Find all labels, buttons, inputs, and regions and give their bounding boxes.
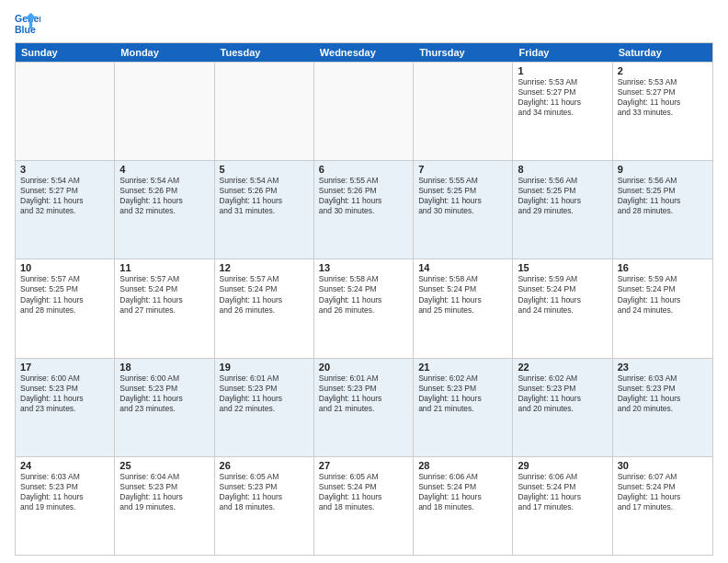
day-cell-12: 12Sunrise: 5:57 AM Sunset: 5:24 PM Dayli… [215, 259, 314, 357]
day-cell-20: 20Sunrise: 6:01 AM Sunset: 5:23 PM Dayli… [314, 359, 414, 456]
day-number: 15 [518, 262, 607, 273]
day-cell-23: 23Sunrise: 6:03 AM Sunset: 5:23 PM Dayli… [613, 359, 712, 456]
day-number: 4 [119, 164, 209, 175]
day-cell-24: 24Sunrise: 6:03 AM Sunset: 5:23 PM Dayli… [16, 457, 115, 555]
calendar-row: 1Sunrise: 5:53 AM Sunset: 5:27 PM Daylig… [16, 62, 712, 160]
logo-icon: General Blue [15, 11, 40, 37]
day-info: Sunrise: 5:55 AM Sunset: 5:26 PM Dayligh… [319, 176, 408, 216]
day-number: 24 [20, 460, 109, 471]
header-cell-monday: Monday [115, 43, 214, 62]
logo: General Blue [15, 11, 44, 37]
day-info: Sunrise: 6:06 AM Sunset: 5:24 PM Dayligh… [518, 472, 607, 512]
day-cell-18: 18Sunrise: 6:00 AM Sunset: 5:23 PM Dayli… [115, 359, 214, 456]
day-cell-10: 10Sunrise: 5:57 AM Sunset: 5:25 PM Dayli… [16, 259, 115, 357]
day-number: 3 [20, 164, 109, 175]
day-cell-26: 26Sunrise: 6:05 AM Sunset: 5:23 PM Dayli… [215, 457, 314, 555]
empty-cell [215, 63, 314, 160]
day-number: 19 [220, 362, 309, 373]
day-info: Sunrise: 5:55 AM Sunset: 5:25 PM Dayligh… [418, 176, 507, 216]
day-number: 20 [319, 362, 408, 373]
day-info: Sunrise: 6:02 AM Sunset: 5:23 PM Dayligh… [418, 373, 507, 414]
day-number: 18 [119, 362, 209, 373]
day-info: Sunrise: 6:07 AM Sunset: 5:24 PM Dayligh… [618, 472, 708, 512]
day-cell-14: 14Sunrise: 5:58 AM Sunset: 5:24 PM Dayli… [414, 259, 513, 357]
day-number: 30 [618, 460, 708, 471]
day-cell-16: 16Sunrise: 5:59 AM Sunset: 5:24 PM Dayli… [613, 259, 712, 357]
header-cell-friday: Friday [513, 43, 612, 62]
empty-cell [314, 63, 414, 160]
day-cell-1: 1Sunrise: 5:53 AM Sunset: 5:27 PM Daylig… [513, 63, 612, 160]
day-number: 12 [220, 262, 309, 273]
day-info: Sunrise: 6:05 AM Sunset: 5:23 PM Dayligh… [220, 472, 309, 512]
calendar-row: 17Sunrise: 6:00 AM Sunset: 5:23 PM Dayli… [16, 358, 712, 456]
day-number: 5 [220, 164, 309, 175]
day-number: 10 [20, 262, 109, 273]
day-number: 14 [418, 262, 507, 273]
calendar-body: 1Sunrise: 5:53 AM Sunset: 5:27 PM Daylig… [16, 62, 712, 555]
day-number: 21 [418, 362, 507, 373]
day-cell-21: 21Sunrise: 6:02 AM Sunset: 5:23 PM Dayli… [414, 359, 513, 456]
empty-cell [115, 63, 214, 160]
day-info: Sunrise: 5:54 AM Sunset: 5:26 PM Dayligh… [220, 176, 309, 216]
day-number: 1 [518, 65, 607, 76]
day-number: 17 [20, 362, 109, 373]
day-info: Sunrise: 6:01 AM Sunset: 5:23 PM Dayligh… [220, 373, 309, 414]
day-info: Sunrise: 6:00 AM Sunset: 5:23 PM Dayligh… [20, 373, 109, 414]
day-info: Sunrise: 5:59 AM Sunset: 5:24 PM Dayligh… [518, 274, 607, 315]
day-cell-27: 27Sunrise: 6:05 AM Sunset: 5:24 PM Dayli… [314, 457, 414, 555]
day-info: Sunrise: 6:03 AM Sunset: 5:23 PM Dayligh… [20, 472, 109, 512]
day-cell-8: 8Sunrise: 5:56 AM Sunset: 5:25 PM Daylig… [513, 161, 612, 259]
day-number: 13 [319, 262, 408, 273]
day-cell-29: 29Sunrise: 6:06 AM Sunset: 5:24 PM Dayli… [513, 457, 612, 555]
svg-text:Blue: Blue [15, 24, 36, 35]
header: General Blue [15, 11, 713, 37]
day-number: 2 [618, 65, 708, 76]
header-cell-sunday: Sunday [16, 43, 115, 62]
day-info: Sunrise: 6:04 AM Sunset: 5:23 PM Dayligh… [119, 472, 209, 512]
header-cell-saturday: Saturday [613, 43, 712, 62]
day-number: 6 [319, 164, 408, 175]
day-info: Sunrise: 6:00 AM Sunset: 5:23 PM Dayligh… [119, 373, 209, 414]
empty-cell [16, 63, 115, 160]
header-cell-tuesday: Tuesday [215, 43, 314, 62]
header-cell-wednesday: Wednesday [314, 43, 414, 62]
day-cell-15: 15Sunrise: 5:59 AM Sunset: 5:24 PM Dayli… [513, 259, 612, 357]
day-cell-7: 7Sunrise: 5:55 AM Sunset: 5:25 PM Daylig… [414, 161, 513, 259]
day-info: Sunrise: 6:05 AM Sunset: 5:24 PM Dayligh… [319, 472, 408, 512]
day-number: 8 [518, 164, 607, 175]
calendar-row: 10Sunrise: 5:57 AM Sunset: 5:25 PM Dayli… [16, 259, 712, 357]
day-number: 29 [518, 460, 607, 471]
day-info: Sunrise: 6:03 AM Sunset: 5:23 PM Dayligh… [618, 373, 708, 414]
header-cell-thursday: Thursday [414, 43, 513, 62]
day-cell-4: 4Sunrise: 5:54 AM Sunset: 5:26 PM Daylig… [115, 161, 214, 259]
day-info: Sunrise: 5:54 AM Sunset: 5:27 PM Dayligh… [20, 176, 109, 216]
day-cell-30: 30Sunrise: 6:07 AM Sunset: 5:24 PM Dayli… [613, 457, 712, 555]
day-cell-25: 25Sunrise: 6:04 AM Sunset: 5:23 PM Dayli… [115, 457, 214, 555]
day-number: 9 [618, 164, 708, 175]
day-number: 26 [220, 460, 309, 471]
day-cell-13: 13Sunrise: 5:58 AM Sunset: 5:24 PM Dayli… [314, 259, 414, 357]
day-info: Sunrise: 5:57 AM Sunset: 5:24 PM Dayligh… [220, 274, 309, 315]
day-info: Sunrise: 6:02 AM Sunset: 5:23 PM Dayligh… [518, 373, 607, 414]
day-info: Sunrise: 5:53 AM Sunset: 5:27 PM Dayligh… [518, 77, 607, 118]
day-cell-2: 2Sunrise: 5:53 AM Sunset: 5:27 PM Daylig… [613, 63, 712, 160]
day-cell-11: 11Sunrise: 5:57 AM Sunset: 5:24 PM Dayli… [115, 259, 214, 357]
day-cell-5: 5Sunrise: 5:54 AM Sunset: 5:26 PM Daylig… [215, 161, 314, 259]
day-info: Sunrise: 5:53 AM Sunset: 5:27 PM Dayligh… [618, 77, 708, 118]
day-cell-19: 19Sunrise: 6:01 AM Sunset: 5:23 PM Dayli… [215, 359, 314, 456]
day-cell-9: 9Sunrise: 5:56 AM Sunset: 5:25 PM Daylig… [613, 161, 712, 259]
day-info: Sunrise: 5:58 AM Sunset: 5:24 PM Dayligh… [418, 274, 507, 315]
day-number: 27 [319, 460, 408, 471]
day-number: 25 [119, 460, 209, 471]
day-cell-6: 6Sunrise: 5:55 AM Sunset: 5:26 PM Daylig… [314, 161, 414, 259]
day-number: 16 [618, 262, 708, 273]
day-info: Sunrise: 5:56 AM Sunset: 5:25 PM Dayligh… [518, 176, 607, 216]
day-info: Sunrise: 5:57 AM Sunset: 5:25 PM Dayligh… [20, 274, 109, 315]
day-info: Sunrise: 5:59 AM Sunset: 5:24 PM Dayligh… [618, 274, 708, 315]
page: General Blue SundayMondayTuesdayWednesda… [0, 0, 728, 563]
day-number: 22 [518, 362, 607, 373]
day-number: 28 [418, 460, 507, 471]
day-info: Sunrise: 5:57 AM Sunset: 5:24 PM Dayligh… [119, 274, 209, 315]
day-cell-3: 3Sunrise: 5:54 AM Sunset: 5:27 PM Daylig… [16, 161, 115, 259]
day-info: Sunrise: 5:56 AM Sunset: 5:25 PM Dayligh… [618, 176, 708, 216]
